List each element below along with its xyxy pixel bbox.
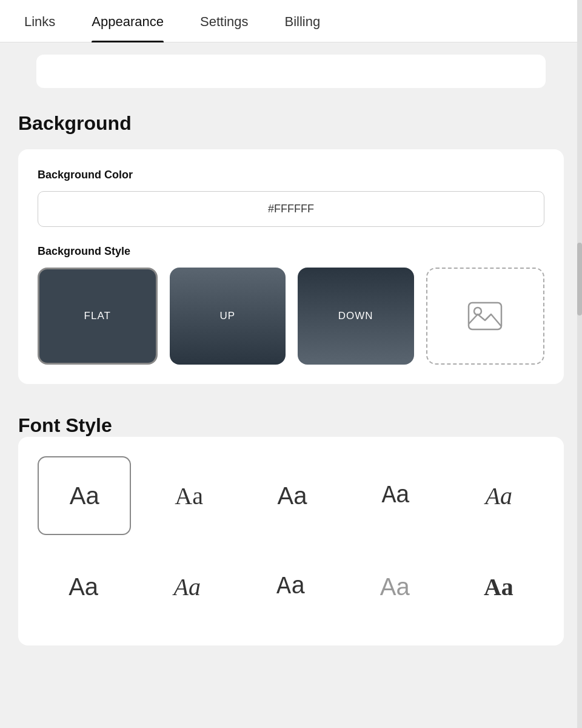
svg-rect-0 xyxy=(469,303,501,329)
font-options-row1: Aa Aa Aa Aa Aa xyxy=(38,456,544,535)
font-option-9[interactable]: Aa xyxy=(349,547,441,626)
background-style-label: Background Style xyxy=(38,245,544,258)
style-image[interactable] xyxy=(426,268,545,365)
font-option-7-label: Aa xyxy=(174,573,201,601)
image-icon xyxy=(467,301,503,331)
background-color-label: Background Color xyxy=(38,169,544,181)
font-option-2-label: Aa xyxy=(175,482,203,510)
font-option-5[interactable]: Aa xyxy=(453,456,544,535)
preview-section xyxy=(0,42,582,88)
background-card: Background Color Background Style FLAT U… xyxy=(18,149,564,384)
background-section-title: Background xyxy=(18,112,564,135)
font-option-4-label: Aa xyxy=(381,482,409,510)
style-up[interactable]: UP xyxy=(170,268,286,365)
font-option-6-label: Aa xyxy=(69,573,98,601)
font-option-8-label: Aa xyxy=(276,573,306,601)
page-content: Background Background Color Background S… xyxy=(0,88,582,670)
style-down[interactable]: DOWN xyxy=(298,268,414,365)
font-options-row2: Aa Aa Aa Aa Aa xyxy=(38,547,544,626)
tab-links[interactable]: Links xyxy=(24,1,55,42)
font-card: Aa Aa Aa Aa Aa Aa Aa Aa xyxy=(18,437,564,645)
font-option-10-label: Aa xyxy=(484,573,513,601)
tab-billing[interactable]: Billing xyxy=(285,1,321,42)
font-option-8[interactable]: Aa xyxy=(245,547,336,626)
style-flat-label: FLAT xyxy=(84,310,111,322)
font-section-title: Font Style xyxy=(18,414,564,437)
scrollbar-thumb[interactable] xyxy=(577,243,582,315)
tab-appearance[interactable]: Appearance xyxy=(92,1,164,42)
font-option-3[interactable]: Aa xyxy=(247,456,338,535)
tab-bar: Links Appearance Settings Billing xyxy=(0,0,582,42)
tab-settings[interactable]: Settings xyxy=(200,1,249,42)
font-option-1[interactable]: Aa xyxy=(38,456,131,535)
style-flat[interactable]: FLAT xyxy=(38,268,158,365)
font-option-5-label: Aa xyxy=(486,482,512,510)
font-option-3-label: Aa xyxy=(278,482,307,510)
font-option-1-label: Aa xyxy=(70,482,99,510)
background-color-input[interactable] xyxy=(38,191,544,227)
style-down-label: DOWN xyxy=(338,310,373,322)
font-option-10[interactable]: Aa xyxy=(453,547,544,626)
preview-bar xyxy=(36,55,546,88)
font-option-4[interactable]: Aa xyxy=(350,456,441,535)
font-option-7[interactable]: Aa xyxy=(141,547,233,626)
font-option-2[interactable]: Aa xyxy=(143,456,234,535)
style-up-label: UP xyxy=(219,310,235,322)
font-option-9-label: Aa xyxy=(380,573,410,601)
font-option-6[interactable]: Aa xyxy=(38,547,129,626)
scrollbar[interactable] xyxy=(577,0,582,728)
background-style-options: FLAT UP DOWN xyxy=(38,268,544,365)
